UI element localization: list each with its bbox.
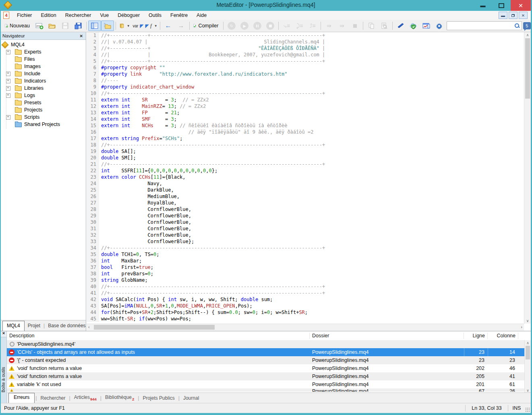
new-project-button[interactable]: proj: [33, 21, 46, 31]
table-row[interactable]: PowerupSlidinglines.mq46726: [7, 388, 524, 392]
tree-root-mql4[interactable]: MQL4: [1, 41, 86, 48]
sidebar-item-logs[interactable]: +Logs: [1, 92, 86, 99]
expander-plus-icon[interactable]: +: [6, 79, 10, 83]
toggle-navigator-button[interactable]: [88, 21, 101, 31]
menu-edition[interactable]: Edition: [37, 11, 61, 20]
sidebar-item-projects[interactable]: Projects: [1, 106, 86, 114]
editor-vertical-scrollbar[interactable]: ∧ ∨: [524, 32, 531, 324]
search-input[interactable]: [447, 21, 522, 30]
continue-button[interactable]: ⇛: [323, 21, 335, 31]
maximize-button[interactable]: [492, 0, 511, 11]
scrollbar-thumb[interactable]: [94, 325, 215, 330]
sidebar-item-libraries[interactable]: +Libraries: [1, 85, 86, 92]
toolbox-close-icon[interactable]: ✕: [1, 331, 6, 337]
print-preview-button[interactable]: [378, 21, 391, 31]
toggle-toolbox-button[interactable]: [101, 21, 114, 31]
column-header-ligne[interactable]: Ligne: [464, 332, 488, 339]
table-row[interactable]: 'PowerupSlidinglines.mq4': [7, 340, 524, 348]
storage-button[interactable]: [407, 21, 420, 31]
menu-fichier[interactable]: Fichier: [12, 11, 37, 20]
step-into-button[interactable]: ⤷≡: [280, 21, 293, 31]
scroll-up-icon[interactable]: ∧: [525, 341, 531, 345]
scroll-down-icon[interactable]: ∨: [525, 388, 531, 392]
tab-biblioth-que[interactable]: Bibliothèque2: [101, 394, 138, 402]
expander-plus-icon[interactable]: +: [6, 50, 10, 54]
save-all-button[interactable]: [72, 21, 85, 31]
sidebar-item-include[interactable]: +Include: [1, 70, 86, 77]
column-header-description[interactable]: Description: [7, 332, 310, 339]
restart-debug-button[interactable]: ↻: [225, 21, 238, 31]
menu-fen-tre[interactable]: Fenêtre: [166, 11, 192, 20]
goto-function-button[interactable]: ◤ f ▼: [145, 21, 158, 31]
code-editor[interactable]: 1//+-------------+----------------------…: [87, 32, 524, 324]
search-icon[interactable]: [514, 23, 520, 29]
toolbox-vertical-tab[interactable]: Boîte à outils: [1, 357, 7, 402]
goto-variable-button[interactable]: var ◤: [132, 21, 145, 31]
step-over-button[interactable]: ⤸≡: [293, 21, 306, 31]
menu-vue[interactable]: Vue: [95, 11, 113, 20]
table-row[interactable]: 'void' function returns a valuePowerupSl…: [7, 364, 524, 372]
scrollbar-thumb[interactable]: [526, 346, 530, 359]
start-debug-button[interactable]: ▶: [238, 21, 251, 31]
run-to-cursor-button[interactable]: ⇛: [335, 21, 348, 31]
close-button[interactable]: ✕: [511, 0, 531, 11]
sidebar-item-experts[interactable]: +Experts: [1, 48, 86, 56]
minimize-button[interactable]: ▬: [474, 0, 492, 11]
doc-restore-button[interactable]: [509, 12, 518, 19]
editor-horizontal-scrollbar[interactable]: ‹ ›: [87, 324, 524, 330]
show-charts-button[interactable]: [420, 21, 433, 31]
break-button[interactable]: [348, 21, 361, 31]
column-header-dossier[interactable]: Dossier: [310, 332, 464, 339]
tab-mql4[interactable]: MQL4: [2, 321, 25, 331]
table-row[interactable]: '{' - constant expectedPowerupSlidinglin…: [7, 356, 524, 364]
sidebar-item-indicators[interactable]: +Indicators: [1, 77, 86, 85]
styler-button[interactable]: [394, 21, 407, 31]
menu-d-boguer[interactable]: Déboguer: [113, 11, 144, 20]
expander-plus-icon[interactable]: +: [6, 72, 10, 76]
sidebar-item-presets[interactable]: Presets: [1, 99, 86, 106]
navigate-back-button[interactable]: ←: [162, 21, 175, 31]
new-file-button[interactable]: Nouveau: [2, 21, 33, 31]
sidebar-item-files[interactable]: Files: [1, 56, 86, 63]
tab-base-de-donn-es[interactable]: Base de données: [45, 322, 86, 330]
toolbox-scrollbar[interactable]: ∧ ∨: [524, 340, 531, 393]
table-row[interactable]: 'CCHs' - objects and arrays are not allo…: [7, 348, 524, 356]
column-header-colonne[interactable]: Colonne: [488, 332, 518, 339]
table-row[interactable]: 'void' function returns a valuePowerupSl…: [7, 372, 524, 380]
tab-rechercher[interactable]: Rechercher: [37, 394, 69, 402]
table-row[interactable]: variable 'k' not usedPowerupSlidinglines…: [7, 380, 524, 388]
resize-grip[interactable]: [525, 407, 530, 412]
sidebar-item-images[interactable]: Images: [1, 63, 86, 70]
scroll-right-icon[interactable]: ›: [521, 324, 522, 329]
menu-outils[interactable]: Outils: [144, 11, 166, 20]
save-button[interactable]: [59, 21, 72, 31]
navigator-close-icon[interactable]: ✕: [79, 34, 84, 38]
navigate-forward-button[interactable]: →: [175, 21, 188, 31]
step-out-button[interactable]: ⤴≡: [306, 21, 319, 31]
sidebar-item-scripts[interactable]: +Scripts: [1, 114, 86, 121]
stop-debug-button[interactable]: [264, 21, 277, 31]
copy-button[interactable]: [365, 21, 378, 31]
community-badge[interactable]: 5: [523, 22, 531, 29]
styler-book-button[interactable]: ▼: [118, 21, 132, 31]
doc-minimize-button[interactable]: ▬: [499, 12, 507, 19]
pause-debug-button[interactable]: [251, 21, 264, 31]
doc-close-button[interactable]: ✕: [519, 12, 528, 19]
compile-button[interactable]: Compiler: [191, 21, 221, 31]
menu-aide[interactable]: Aide: [192, 11, 211, 20]
scrollbar-thumb[interactable]: [525, 38, 530, 99]
expander-plus-icon[interactable]: +: [6, 86, 10, 91]
tab-articles[interactable]: Articles944: [70, 394, 100, 402]
expander-plus-icon[interactable]: +: [6, 115, 10, 120]
open-file-button[interactable]: [46, 21, 59, 31]
tab-erreurs[interactable]: Erreurs: [8, 393, 35, 403]
scroll-down-icon[interactable]: ∨: [524, 319, 531, 323]
tab-projet[interactable]: Projet: [25, 322, 43, 330]
tab-projets-publics[interactable]: Projets Publics: [139, 394, 178, 402]
sidebar-item-shared-projects[interactable]: Shared Projects: [1, 121, 86, 128]
scroll-up-icon[interactable]: ∧: [524, 33, 531, 37]
search-settings-button[interactable]: [433, 21, 446, 31]
expander-plus-icon[interactable]: +: [6, 93, 10, 98]
menu-rechercher[interactable]: Rechercher: [61, 11, 96, 20]
scroll-left-icon[interactable]: ‹: [88, 324, 90, 329]
